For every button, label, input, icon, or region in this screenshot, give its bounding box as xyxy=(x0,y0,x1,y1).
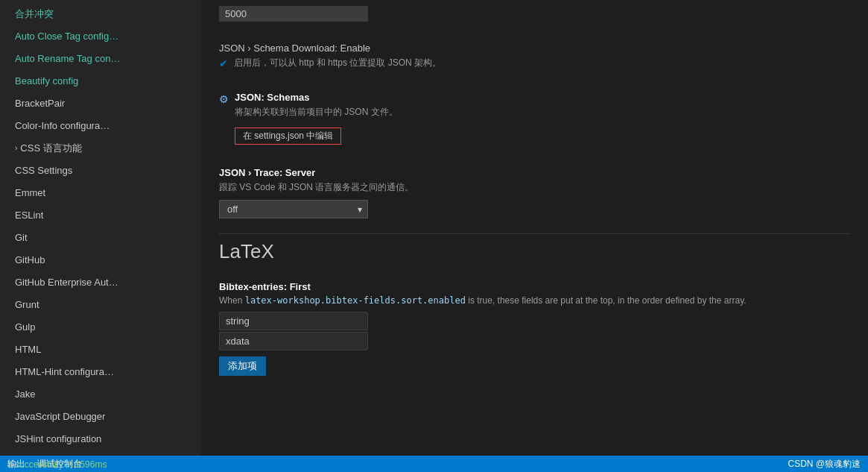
main-container: 合并冲突 Auto Close Tag config… Auto Rename … xyxy=(0,0,868,456)
sidebar-item-label: CSS 语言功能 xyxy=(20,140,81,157)
sidebar-item-auto-close-tag[interactable]: Auto Close Tag config… xyxy=(0,25,201,48)
bibtex-entries-section: Bibtex-entries: First When latex-worksho… xyxy=(219,272,850,376)
edit-settings-json-link[interactable]: 在 settings.json 中编辑 xyxy=(235,128,341,145)
checkbox-checked-icon[interactable]: ✔ xyxy=(219,57,228,69)
json-schemas-title: JSON: Schemas xyxy=(235,92,398,103)
bibtex-title: Bibtex-entries: First xyxy=(219,281,850,292)
top-input-row xyxy=(219,0,850,22)
sidebar-item-github-enterprise[interactable]: GitHub Enterprise Aut… xyxy=(0,271,201,294)
chevron-right-icon: › xyxy=(15,140,17,157)
status-bar: 输出 调试控制台 d successfully in 1596ms CSDN @… xyxy=(0,456,868,472)
trace-server-dropdown-container: off messages verbose ▾ xyxy=(219,200,368,218)
sidebar-item-css-lang[interactable]: › CSS 语言功能 xyxy=(0,137,201,160)
schema-download-title: JSON › Schema Download: Enable xyxy=(219,43,850,54)
json-trace-server-section: JSON › Trace: Server 跟踪 VS Code 和 JSON 语… xyxy=(219,158,850,218)
sidebar-item-jshint[interactable]: JSHint configuration xyxy=(0,428,201,450)
status-success-message: d successfully in 1596ms xyxy=(7,459,107,470)
sidebar-item-beautify[interactable]: Beautify config xyxy=(0,70,201,92)
branding-label: CSDN @狼魂豹速 xyxy=(788,458,861,471)
sidebar-item-html-hint[interactable]: HTML-Hint configura… xyxy=(0,361,201,383)
sidebar-item-gulp[interactable]: Gulp xyxy=(0,316,201,339)
trace-server-dropdown[interactable]: off messages verbose xyxy=(219,200,368,218)
schema-download-checkbox-label: 启用后，可以从 http 和 https 位置提取 JSON 架构。 xyxy=(234,57,441,69)
gear-icon[interactable]: ⚙ xyxy=(219,93,229,105)
bibtex-list-item-xdata: xdata xyxy=(219,332,368,350)
latex-section-heading: LaTeX xyxy=(219,233,850,263)
sidebar-item-bracketpair[interactable]: BracketPair xyxy=(0,92,201,115)
sidebar-item-emmet[interactable]: Emmet xyxy=(0,182,201,204)
json-schemas-desc: 将架构关联到当前项目中的 JSON 文件。 xyxy=(235,106,398,119)
json-schemas-section: ⚙ JSON: Schemas 将架构关联到当前项目中的 JSON 文件。 在 … xyxy=(219,83,850,145)
sidebar-item-github[interactable]: GitHub xyxy=(0,249,201,271)
sidebar-item-eslint[interactable]: ESLint xyxy=(0,204,201,227)
add-item-button[interactable]: 添加项 xyxy=(219,356,266,376)
sidebar: 合并冲突 Auto Close Tag config… Auto Rename … xyxy=(0,0,201,456)
sidebar-item-color-info[interactable]: Color-Info configura… xyxy=(0,115,201,137)
json-schemas-content: JSON: Schemas 将架构关联到当前项目中的 JSON 文件。 在 se… xyxy=(235,92,398,145)
bibtex-list-item-string: string xyxy=(219,312,368,330)
schema-download-checkbox-row: ✔ 启用后，可以从 http 和 https 位置提取 JSON 架构。 xyxy=(219,57,850,69)
json-trace-server-desc: 跟踪 VS Code 和 JSON 语言服务器之间的通信。 xyxy=(219,181,850,194)
sidebar-item-git[interactable]: Git xyxy=(0,227,201,249)
sidebar-item-merge-conflict[interactable]: 合并冲突 xyxy=(0,3,201,25)
sidebar-item-js-debugger[interactable]: JavaScript Debugger xyxy=(0,406,201,428)
bibtex-desc: When latex-workshop.bibtex-fields.sort.e… xyxy=(219,295,850,306)
bibtex-desc-code: latex-workshop.bibtex-fields.sort.enable… xyxy=(245,295,466,306)
sidebar-item-grunt[interactable]: Grunt xyxy=(0,294,201,316)
sidebar-item-css-settings[interactable]: CSS Settings xyxy=(0,160,201,182)
schema-download-enable-section: JSON › Schema Download: Enable ✔ 启用后，可以从… xyxy=(219,34,850,69)
content-area: JSON › Schema Download: Enable ✔ 启用后，可以从… xyxy=(201,0,868,456)
sidebar-item-html[interactable]: HTML xyxy=(0,339,201,361)
sidebar-item-auto-rename-tag[interactable]: Auto Rename Tag con… xyxy=(0,48,201,70)
sidebar-item-jake[interactable]: Jake xyxy=(0,383,201,406)
port-input[interactable] xyxy=(219,6,368,22)
json-trace-server-title: JSON › Trace: Server xyxy=(219,167,850,178)
sidebar-item-jslint[interactable]: JSLint configuration xyxy=(0,450,201,456)
